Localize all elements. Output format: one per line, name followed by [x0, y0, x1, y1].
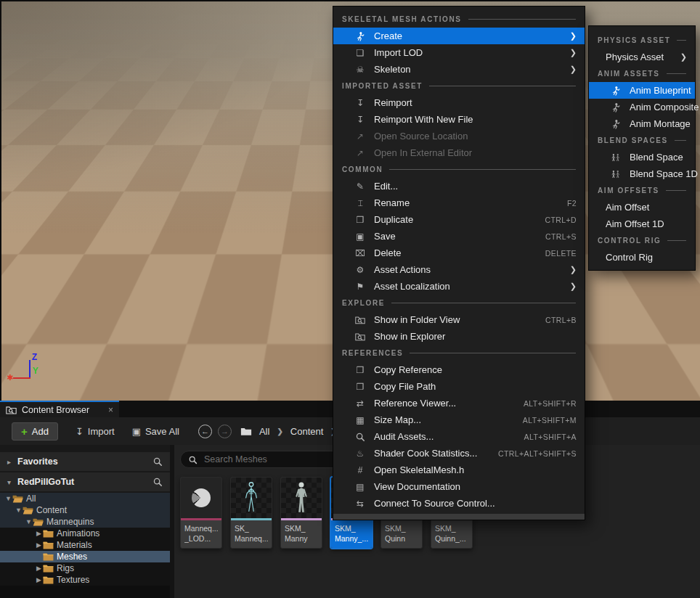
menu-item-connect-to-source-control[interactable]: ⇆Connect To Source Control... — [333, 495, 585, 512]
project-caret-icon[interactable]: ▾ — [7, 478, 17, 486]
menu-item-control-rig[interactable]: Control Rig — [589, 249, 695, 266]
menu-section-title: CONTROL RIG — [598, 237, 661, 245]
menu-item-open-skeletalmesh-h[interactable]: #Open SkeletalMesh.h — [333, 462, 585, 478]
sidebar-scrollbar-track[interactable] — [0, 586, 170, 598]
menu-section-title: COMMON — [342, 165, 383, 173]
menu-item-anim-montage[interactable]: Anim Montage — [589, 115, 695, 132]
menu-item-aim-offset-1d[interactable]: Aim Offset 1D — [589, 216, 695, 232]
menu-item-asset-localization[interactable]: ⚑Asset Localization❯ — [333, 278, 585, 295]
menu-section-header-skeletal-mesh-actions: SKELETAL MESH ACTIONS — [333, 11, 585, 28]
menu-item-label: View Documentation — [374, 481, 460, 492]
menu-section-rule — [667, 240, 686, 241]
menu-item-copy-reference[interactable]: ❐Copy Reference — [333, 361, 585, 378]
menu-item-reimport[interactable]: ↧Reimport — [333, 94, 585, 111]
menu-item-audit-assets[interactable]: Audit Assets...ALT+SHIFT+A — [333, 428, 585, 445]
tree-item-animations[interactable]: ▶Animations — [0, 528, 170, 539]
menu-item-label: Anim Montage — [630, 118, 691, 129]
asset-tile-sk-manneq[interactable]: SK_Manneq... — [230, 477, 272, 549]
tree-item-rigs[interactable]: ▶Rigs — [0, 562, 170, 574]
add-button[interactable]: + Add — [12, 422, 58, 441]
menu-section-rule — [675, 140, 686, 141]
menu-item-view-documentation[interactable]: ▤View Documentation — [333, 478, 585, 495]
menu-item-edit[interactable]: ✎Edit... — [333, 178, 585, 194]
menu-item-save[interactable]: ▣SaveCTRL+S — [333, 228, 585, 245]
plus-icon: + — [21, 426, 28, 437]
menu-item-label: Asset Localization — [374, 281, 450, 292]
tree-expand-caret-icon[interactable]: ▶ — [35, 565, 43, 572]
save-all-button[interactable]: ▣ Save All — [132, 426, 179, 437]
sidebar: ▸ Favorites ▾ RedPillGoTut ▼All▼Content▼… — [0, 445, 170, 598]
menu-item-shortcut: CTRL+S — [545, 232, 577, 241]
menu-item-skeleton[interactable]: ☠Skeleton❯ — [333, 61, 585, 78]
menu-item-copy-file-path[interactable]: ❐Copy File Path — [333, 378, 585, 395]
sidebar-section-project[interactable]: ▾ RedPillGoTut — [0, 472, 170, 491]
person-run-icon — [608, 86, 624, 96]
menu-item-blend-space[interactable]: Blend Space — [589, 149, 695, 165]
forward-button[interactable]: → — [218, 425, 232, 438]
asset-name-line2: Quinn — [385, 533, 418, 544]
import-button[interactable]: ↧ Import — [76, 426, 115, 437]
tree-item-label: Mannequins — [46, 517, 94, 527]
folder-closed-icon — [43, 529, 54, 538]
menu-item-reimport-with-new-file[interactable]: ↧Reimport With New File — [333, 111, 585, 128]
asset-tile-label: SKM_Quinn — [381, 520, 422, 548]
asset-tile-manneq-lod[interactable]: Manneq..._LOD... — [180, 477, 222, 549]
back-button[interactable]: ← — [198, 425, 212, 438]
person-run-icon — [352, 31, 368, 41]
tree-expand-caret-icon[interactable]: ▼ — [15, 507, 23, 514]
breadcrumb-item-content[interactable]: Content — [290, 426, 324, 437]
menu-item-anim-composite[interactable]: Anim Composite — [589, 99, 695, 115]
menu-item-shader-cook-statistics[interactable]: ♨Shader Cook Statistics...CTRL+ALT+SHIFT… — [333, 445, 585, 462]
folder-closed-icon — [43, 552, 54, 561]
tree-expand-caret-icon[interactable]: ▼ — [4, 495, 12, 502]
tree-item-mannequins[interactable]: ▼Mannequins — [0, 516, 170, 528]
breadcrumb-item-all[interactable]: All — [259, 426, 269, 437]
menu-item-label: Edit... — [374, 181, 398, 192]
menu-section-header-blend-spaces: BLEND SPACES — [589, 132, 695, 149]
menu-item-size-map[interactable]: ▦Size Map...ALT+SHIFT+M — [333, 411, 585, 428]
breadcrumb-separator-icon: ❯ — [277, 427, 282, 435]
favorites-search-icon[interactable] — [152, 456, 163, 467]
tree-expand-caret-icon[interactable]: ▶ — [35, 541, 43, 549]
menu-section-header-references: REFERENCES — [333, 345, 585, 361]
tree-item-materials[interactable]: ▶Materials — [0, 539, 170, 551]
menu-item-asset-actions[interactable]: ⚙Asset Actions❯ — [333, 261, 585, 278]
tree-item-label: Animations — [57, 528, 99, 538]
sidebar-section-favorites[interactable]: ▸ Favorites — [0, 452, 170, 471]
menu-item-blend-space-1d[interactable]: Blend Space 1D — [589, 165, 695, 182]
asset-tile-skm-manny[interactable]: SKM_Manny — [280, 477, 322, 549]
menu-item-show-in-folder-view[interactable]: Show in Folder ViewCTRL+B — [333, 311, 585, 328]
menu-item-create[interactable]: Create❯ — [333, 28, 585, 44]
submenu-chevron-icon: ❯ — [570, 31, 577, 41]
menu-item-rename[interactable]: ⌶RenameF2 — [333, 194, 585, 211]
menu-item-reference-viewer[interactable]: ⇄Reference Viewer...ALT+SHIFT+R — [333, 395, 585, 411]
tree-item-content[interactable]: ▼Content — [0, 504, 170, 516]
code-header-icon: # — [352, 466, 368, 475]
tree-expand-caret-icon[interactable]: ▶ — [35, 530, 43, 537]
tree-item-all[interactable]: ▼All — [0, 493, 170, 504]
tree-expand-caret-icon[interactable]: ▶ — [35, 576, 43, 583]
project-search-icon[interactable] — [152, 477, 163, 487]
menu-item-label: Copy Reference — [374, 364, 442, 375]
menu-item-import-lod[interactable]: ❏Import LOD❯ — [333, 44, 585, 61]
asset-tile-label: SKM_Manny — [281, 520, 322, 548]
reimport-new-icon: ↧ — [352, 115, 368, 124]
asset-thumbnail-pie-icon — [181, 478, 221, 518]
favorites-caret-icon[interactable]: ▸ — [7, 458, 17, 466]
menu-item-delete[interactable]: ⌧DeleteDELETE — [333, 245, 585, 261]
menu-item-duplicate[interactable]: ❐DuplicateCTRL+D — [333, 211, 585, 228]
tree-item-meshes[interactable]: Meshes — [0, 551, 170, 562]
asset-name-line1: SKM_ — [335, 523, 368, 533]
menu-item-show-in-explorer[interactable]: Show in Explorer — [333, 328, 585, 345]
menu-item-aim-offset[interactable]: Aim Offset — [589, 199, 695, 216]
menu-item-physics-asset[interactable]: Physics Asset❯ — [589, 49, 695, 65]
menu-section-title: AIM OFFSETS — [598, 187, 659, 194]
menu-item-anim-blueprint[interactable]: Anim Blueprint — [589, 82, 695, 99]
menu-item-label: Aim Offset — [606, 202, 649, 213]
folder-open-icon — [33, 517, 44, 526]
tab-content-browser[interactable]: Content Browser × — [0, 401, 119, 417]
folder-search-icon — [352, 315, 368, 325]
tree-item-textures[interactable]: ▶Textures — [0, 574, 170, 586]
tab-close-icon[interactable]: × — [101, 405, 113, 415]
tree-expand-caret-icon[interactable]: ▼ — [25, 518, 33, 525]
